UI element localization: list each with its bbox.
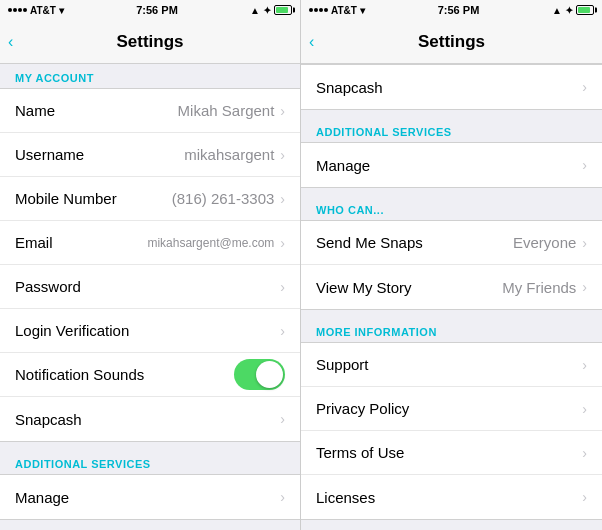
row-support-label-r: Support (316, 356, 582, 373)
back-button-right[interactable]: ‹ (309, 33, 314, 51)
signal-icon-r (309, 8, 328, 12)
chevron-icon: › (582, 357, 587, 373)
back-button-left[interactable]: ‹ (8, 33, 13, 51)
signal-icon (8, 8, 27, 12)
row-terms-label: Terms of Use (316, 444, 582, 461)
row-licenses-label: Licenses (316, 489, 582, 506)
row-mobile-value: (816) 261-3303 (172, 190, 275, 207)
location-icon: ▲ (250, 5, 260, 16)
row-view-story-r[interactable]: View My Story My Friends › (301, 265, 602, 309)
row-mobile-label: Mobile Number (15, 190, 172, 207)
table-group-who-can-r: Send Me Snaps Everyone › View My Story M… (301, 220, 602, 310)
status-bar-left: AT&T ▾ 7:56 PM ▲ ✦ (0, 0, 300, 20)
row-notification-sounds[interactable]: Notification Sounds (0, 353, 300, 397)
bluetooth-icon: ✦ (263, 5, 271, 16)
chevron-icon: › (280, 323, 285, 339)
status-bar-right: AT&T ▾ 7:56 PM ▲ ✦ (301, 0, 602, 20)
row-email-label: Email (15, 234, 147, 251)
row-send-snaps-value-r: Everyone (513, 234, 576, 251)
notification-sounds-toggle[interactable] (234, 359, 285, 390)
row-name-label: Name (15, 102, 178, 119)
row-terms-of-use[interactable]: Terms of Use › (301, 431, 602, 475)
scroll-content-right: Snapcash › ADDITIONAL SERVICES Manage › … (301, 64, 602, 530)
row-snapcash-r[interactable]: Snapcash › (301, 65, 602, 109)
status-left: AT&T ▾ (8, 5, 64, 16)
chevron-icon: › (582, 489, 587, 505)
row-privacy-label: Privacy Policy (316, 400, 582, 417)
row-privacy-policy[interactable]: Privacy Policy › (301, 387, 602, 431)
time-label: 7:56 PM (136, 4, 178, 16)
carrier-label-r: AT&T (331, 5, 357, 16)
chevron-icon: › (280, 279, 285, 295)
chevron-icon: › (582, 445, 587, 461)
table-group-additional-r: Manage › (301, 142, 602, 188)
row-manage-label: Manage (15, 489, 280, 506)
row-manage-r[interactable]: Manage › (301, 143, 602, 187)
section-header-my-account: MY ACCOUNT (0, 64, 300, 88)
table-group-snapcash-r: Snapcash › (301, 64, 602, 110)
status-right-r: ▲ ✦ (552, 5, 594, 16)
status-right: ▲ ✦ (250, 5, 292, 16)
carrier-label: AT&T (30, 5, 56, 16)
page-title-left: Settings (116, 32, 183, 52)
chevron-icon: › (582, 279, 587, 295)
row-username-value: mikahsargent (184, 146, 274, 163)
wifi-icon-r: ▾ (360, 5, 365, 16)
chevron-icon: › (582, 401, 587, 417)
row-notif-label: Notification Sounds (15, 366, 234, 383)
row-password[interactable]: Password › (0, 265, 300, 309)
row-email[interactable]: Email mikahsargent@me.com › (0, 221, 300, 265)
chevron-icon: › (280, 147, 285, 163)
section-header-additional: ADDITIONAL SERVICES (0, 450, 300, 474)
row-mobile[interactable]: Mobile Number (816) 261-3303 › (0, 177, 300, 221)
chevron-icon: › (280, 103, 285, 119)
table-group-additional: Manage › (0, 474, 300, 520)
row-email-value: mikahsargent@me.com (147, 236, 274, 250)
battery-icon (274, 5, 292, 15)
chevron-icon: › (582, 235, 587, 251)
row-view-story-label-r: View My Story (316, 279, 502, 296)
back-chevron-icon: ‹ (8, 33, 13, 51)
row-username-label: Username (15, 146, 184, 163)
left-panel: AT&T ▾ 7:56 PM ▲ ✦ ‹ Settings MY ACCOUNT… (0, 0, 301, 530)
chevron-icon: › (280, 235, 285, 251)
chevron-icon: › (582, 157, 587, 173)
row-name[interactable]: Name Mikah Sargent › (0, 89, 300, 133)
chevron-icon: › (280, 489, 285, 505)
chevron-icon: › (582, 79, 587, 95)
nav-bar-right: ‹ Settings (301, 20, 602, 64)
row-send-snaps-r[interactable]: Send Me Snaps Everyone › (301, 221, 602, 265)
scroll-content-left: MY ACCOUNT Name Mikah Sargent › Username… (0, 64, 300, 530)
toggle-thumb (256, 361, 283, 388)
page-title-right: Settings (418, 32, 485, 52)
wifi-icon: ▾ (59, 5, 64, 16)
row-snapcash-label: Snapcash (15, 411, 280, 428)
row-licenses[interactable]: Licenses › (301, 475, 602, 519)
nav-bar-left: ‹ Settings (0, 20, 300, 64)
battery-icon-r (576, 5, 594, 15)
row-login-verification[interactable]: Login Verification › (0, 309, 300, 353)
bluetooth-icon-r: ✦ (565, 5, 573, 16)
time-label-r: 7:56 PM (438, 4, 480, 16)
table-group-my-account: Name Mikah Sargent › Username mikahsarge… (0, 88, 300, 442)
row-support-r[interactable]: Support › (301, 343, 602, 387)
chevron-icon: › (280, 411, 285, 427)
row-username[interactable]: Username mikahsargent › (0, 133, 300, 177)
back-chevron-icon-r: ‹ (309, 33, 314, 51)
table-group-more-info-r: Support › Privacy Policy › Terms of Use … (301, 342, 602, 520)
row-name-value: Mikah Sargent (178, 102, 275, 119)
location-icon-r: ▲ (552, 5, 562, 16)
row-manage[interactable]: Manage › (0, 475, 300, 519)
row-snapcash[interactable]: Snapcash › (0, 397, 300, 441)
row-password-label: Password (15, 278, 280, 295)
status-left-r: AT&T ▾ (309, 5, 365, 16)
section-header-who-can-r: WHO CAN... (301, 196, 602, 220)
right-panel: AT&T ▾ 7:56 PM ▲ ✦ ‹ Settings Snapcash ›… (301, 0, 602, 530)
row-send-snaps-label-r: Send Me Snaps (316, 234, 513, 251)
row-view-story-value-r: My Friends (502, 279, 576, 296)
section-header-additional-r: ADDITIONAL SERVICES (301, 118, 602, 142)
chevron-icon: › (280, 191, 285, 207)
section-header-more-info-r: MORE INFORMATION (301, 318, 602, 342)
row-manage-label-r: Manage (316, 157, 582, 174)
row-login-label: Login Verification (15, 322, 280, 339)
